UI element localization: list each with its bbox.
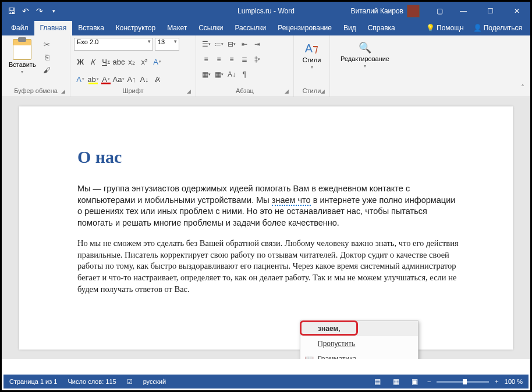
text-fill-button[interactable]: A▾ (74, 73, 87, 85)
tell-me[interactable]: 💡Помощн (423, 23, 467, 33)
highlight-button[interactable]: ab▾ (87, 73, 100, 85)
styles-button[interactable]: A⁊ Стили ▾ (297, 38, 326, 70)
tab-home[interactable]: Главная (34, 21, 73, 35)
increase-indent-button[interactable]: ⇥ (251, 38, 264, 51)
bold-button[interactable]: Ж (74, 55, 87, 68)
cut-icon[interactable]: ✂ (42, 39, 52, 49)
copy-icon[interactable]: ⎘ (42, 52, 52, 62)
superscript-button[interactable]: x² (138, 55, 151, 68)
tab-references[interactable]: Ссылки (193, 21, 229, 35)
status-spellcheck-icon[interactable]: ☑ (127, 378, 133, 386)
group-font: Exo 2.0▾ 13▾ Ж К Ч▾ abc x₂ x² A▾ A▾ ab▾ … (70, 35, 196, 97)
shrink-font-button[interactable]: A↓ (138, 73, 151, 85)
group-styles: A⁊ Стили ▾ Стили◢ (294, 35, 330, 97)
ribbon-options-icon[interactable]: ▢ (429, 2, 450, 20)
tab-view[interactable]: Вид (338, 21, 362, 35)
clear-formatting-button[interactable]: A̷ (151, 73, 164, 85)
align-left-button[interactable]: ≡ (200, 53, 212, 66)
status-word-count[interactable]: Число слов: 115 (68, 378, 116, 385)
tab-review[interactable]: Рецензирование (272, 21, 338, 35)
ctx-suggestion[interactable]: знаем, (300, 321, 418, 336)
autosave-icon[interactable]: 🖫 (6, 6, 17, 16)
subscript-button[interactable]: x₂ (125, 55, 138, 68)
format-painter-icon[interactable]: 🖌 (42, 65, 52, 75)
decrease-indent-button[interactable]: ⇤ (238, 38, 251, 51)
view-print-layout[interactable]: ▦ (390, 376, 403, 387)
shading-button[interactable]: ▦▾ (200, 68, 212, 81)
align-center-button[interactable]: ≡ (212, 53, 225, 66)
styles-icon: A⁊ (305, 41, 318, 55)
show-marks-button[interactable]: ¶ (238, 68, 251, 81)
maximize-button[interactable]: ☐ (477, 2, 503, 20)
paragraph-2: Но мы не сможем это сделать без Вашей об… (77, 238, 460, 295)
lightbulb-icon: 💡 (426, 24, 435, 32)
font-color-button[interactable]: A▾ (100, 73, 112, 85)
close-button[interactable]: ✕ (503, 2, 530, 20)
strikethrough-button[interactable]: abc (112, 55, 125, 68)
find-icon: 🔍 (359, 41, 371, 54)
ctx-grammar[interactable]: 📖Грамматика... (300, 351, 418, 359)
paste-button[interactable]: Вставить ▾ (5, 38, 40, 76)
font-group-label: Шрифт (122, 87, 143, 94)
ribbon: Вставить ▾ ✂ ⎘ 🖌 Буфер обмена◢ Exo 2.0▾ … (2, 35, 530, 97)
text-effects-button[interactable]: A▾ (151, 55, 164, 68)
font-size-select[interactable]: 13▾ (155, 38, 179, 51)
status-language[interactable]: русский (143, 378, 166, 385)
clipboard-dialog-launcher[interactable]: ◢ (61, 88, 65, 94)
font-name-select[interactable]: Exo 2.0▾ (74, 38, 153, 51)
tab-mailings[interactable]: Рассылки (229, 21, 272, 35)
group-paragraph: ☰▾ ≔▾ ⊟▾ ⇤ ⇥ ≡ ≡ ≡ ≣ ‡▾ ▦▾ ▦▾ A↓ ¶ (196, 35, 294, 97)
italic-button[interactable]: К (87, 55, 100, 68)
redo-icon[interactable]: ↷ (34, 6, 45, 16)
ctx-skip[interactable]: Пропустить (300, 336, 418, 351)
change-case-button[interactable]: Aa▾ (112, 73, 125, 85)
font-dialog-launcher[interactable]: ◢ (187, 88, 191, 94)
tab-layout[interactable]: Макет (161, 21, 193, 35)
borders-button[interactable]: ▦▾ (212, 68, 225, 81)
zoom-in-button[interactable]: + (495, 378, 498, 385)
zoom-out-button[interactable]: − (427, 378, 431, 385)
group-editing: 🔍 Редактирование ▾ (330, 35, 400, 97)
page[interactable]: О нас Мы — группа энтузиастов одержимых … (19, 106, 513, 350)
user-name: Виталий Каиров (350, 7, 403, 15)
qat-customize-icon[interactable]: ▾ (48, 6, 59, 16)
ribbon-tabs: Файл Главная Вставка Конструктор Макет С… (2, 20, 530, 35)
paragraph-group-label: Абзац (236, 87, 254, 94)
grow-font-button[interactable]: A↑ (125, 73, 138, 85)
user-avatar (407, 5, 420, 17)
view-read-mode[interactable]: ▤ (371, 376, 384, 387)
styles-group-label: Стили (303, 87, 321, 94)
undo-icon[interactable]: ↶ (20, 6, 31, 16)
window-title: Lumpics.ru - Word (237, 7, 295, 15)
zoom-level[interactable]: 100 % (505, 378, 523, 385)
tab-help[interactable]: Справка (362, 21, 401, 35)
numbering-button[interactable]: ≔▾ (212, 38, 225, 51)
view-web-layout[interactable]: ▣ (409, 376, 421, 387)
clipboard-group-label: Буфер обмена (14, 87, 58, 94)
grammar-error-span[interactable]: знаем что (272, 195, 311, 206)
share-button[interactable]: 👤Поделиться (470, 23, 526, 33)
underline-button[interactable]: Ч▾ (100, 55, 112, 68)
zoom-slider[interactable] (437, 381, 489, 383)
minimize-button[interactable]: — (450, 2, 477, 20)
tab-design[interactable]: Конструктор (110, 21, 161, 35)
justify-button[interactable]: ≣ (238, 53, 251, 66)
align-right-button[interactable]: ≡ (225, 53, 238, 66)
collapse-ribbon-icon[interactable]: ˄ (521, 84, 524, 92)
sort-button[interactable]: A↓ (225, 68, 238, 81)
user-account[interactable]: Виталий Каиров (350, 5, 420, 17)
paragraph-1: Мы — группа энтузиастов одержимых идеей … (77, 183, 460, 229)
context-menu: знаем, Пропустить 📖Грамматика... ✂Выреза… (300, 320, 418, 359)
editing-button[interactable]: 🔍 Редактирование ▾ (335, 38, 395, 72)
book-icon: 📖 (304, 355, 314, 359)
document-area: О нас Мы — группа энтузиастов одержимых … (2, 97, 530, 359)
paragraph-dialog-launcher[interactable]: ◢ (285, 88, 289, 94)
multilevel-button[interactable]: ⊟▾ (225, 38, 238, 51)
tab-file[interactable]: Файл (5, 21, 34, 35)
status-page[interactable]: Страница 1 из 1 (9, 378, 57, 385)
tab-insert[interactable]: Вставка (72, 21, 110, 35)
styles-dialog-launcher[interactable]: ◢ (321, 88, 325, 94)
line-spacing-button[interactable]: ‡▾ (251, 53, 264, 66)
heading-1: О нас (77, 147, 460, 167)
bullets-button[interactable]: ☰▾ (200, 38, 212, 51)
